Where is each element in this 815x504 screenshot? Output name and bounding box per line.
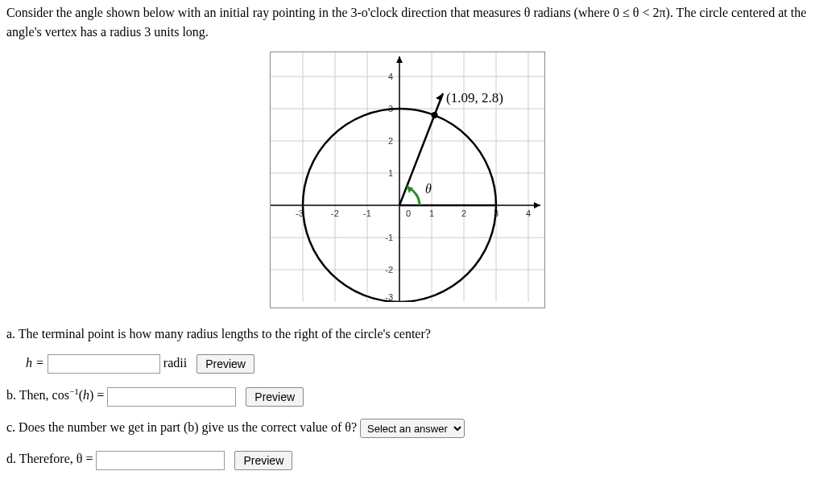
preview-button-b[interactable]: Preview bbox=[246, 387, 304, 407]
part-b-mid: (h) = bbox=[79, 389, 105, 403]
svg-marker-16 bbox=[396, 56, 403, 63]
svg-text:-2: -2 bbox=[331, 209, 339, 218]
svg-text:-1: -1 bbox=[385, 233, 393, 242]
part-b: b. Then, cos−1(h) = Preview bbox=[6, 385, 809, 407]
svg-text:-1: -1 bbox=[363, 209, 371, 218]
part-b-prefix: b. Then, cos bbox=[6, 389, 69, 403]
part-a: a. The terminal point is how many radius… bbox=[6, 324, 809, 374]
question-intro: Consider the angle shown below with an i… bbox=[6, 3, 809, 42]
theta-symbol: θ bbox=[425, 182, 432, 196]
svg-text:-2: -2 bbox=[385, 265, 393, 275]
inverse-exp: −1 bbox=[69, 386, 79, 396]
radii-unit: radii bbox=[163, 356, 187, 370]
h-input[interactable] bbox=[48, 354, 160, 374]
part-d: d. Therefore, θ = Preview bbox=[6, 449, 809, 469]
intro-text: Consider the angle shown below with an i… bbox=[6, 6, 806, 39]
preview-button-d[interactable]: Preview bbox=[234, 451, 292, 470]
part-c-select[interactable]: Select an answer bbox=[360, 419, 465, 438]
preview-button-a[interactable]: Preview bbox=[197, 354, 254, 374]
angle-diagram: -3 -2 -1 0 1 2 3 4 4 3 2 1 -1 -2 -3 bbox=[270, 52, 545, 308]
svg-text:1: 1 bbox=[429, 209, 434, 218]
svg-text:2: 2 bbox=[388, 136, 393, 146]
svg-text:2: 2 bbox=[461, 209, 466, 218]
theta-input[interactable] bbox=[96, 451, 225, 470]
h-label: h = bbox=[26, 356, 44, 370]
svg-point-36 bbox=[432, 112, 438, 118]
chart-container: -3 -2 -1 0 1 2 3 4 4 3 2 1 -1 -2 -3 bbox=[6, 52, 809, 308]
part-c: c. Does the number we get in part (b) gi… bbox=[6, 418, 809, 438]
arccos-input[interactable] bbox=[107, 387, 236, 407]
svg-marker-15 bbox=[534, 202, 540, 209]
svg-text:1: 1 bbox=[388, 168, 393, 178]
part-c-text: c. Does the number we get in part (b) gi… bbox=[6, 420, 357, 434]
part-a-text: a. The terminal point is how many radius… bbox=[6, 324, 809, 344]
svg-text:4: 4 bbox=[526, 209, 531, 218]
svg-marker-35 bbox=[436, 93, 443, 101]
svg-text:4: 4 bbox=[388, 72, 393, 81]
svg-text:0: 0 bbox=[406, 209, 411, 218]
part-d-text: d. Therefore, θ = bbox=[6, 452, 93, 465]
terminal-point-label: (1.09, 2.8) bbox=[446, 90, 503, 105]
